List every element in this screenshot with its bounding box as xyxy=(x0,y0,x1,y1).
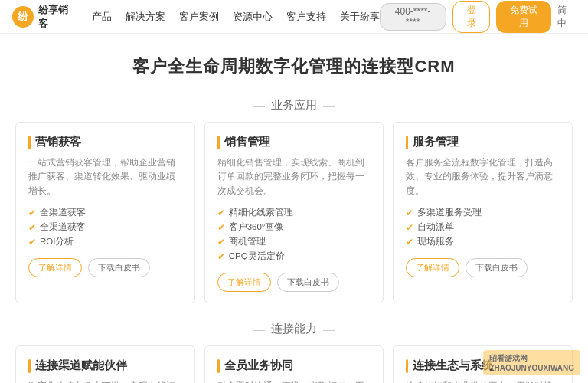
card-marketing-desc: 一站式营销获客管理，帮助企业营销推广获客、渠道转化效果、驱动业绩增长。 xyxy=(28,155,182,198)
check-icon: ✔ xyxy=(28,222,36,233)
phone-button[interactable]: 400-****-**** xyxy=(380,3,446,31)
card-channel-desc: 数字化连接业务上下游，实现在线订货、客户报备、销售商培训等全流程管理，与伙伴共创… xyxy=(28,379,182,383)
card-service-header: 服务管理 xyxy=(406,135,560,149)
nav-cases[interactable]: 客户案例 xyxy=(179,10,219,24)
card-marketing-title: 营销获客 xyxy=(35,135,81,149)
card-sales: 销售管理 精细化销售管理，实现线索、商机到订单回款的完整业务闭环，把握每一次成交… xyxy=(204,122,384,303)
card-accent xyxy=(217,359,220,373)
feature-item: ✔自动派单 xyxy=(406,220,560,234)
logo[interactable]: 纷 纷享销客 xyxy=(12,3,78,31)
card-sales-header: 销售管理 xyxy=(217,135,371,149)
nav-links: 产品 解决方案 客户案例 资源中心 客户支持 关于纷享 xyxy=(92,10,380,24)
nav-solutions[interactable]: 解决方案 xyxy=(126,10,165,24)
check-icon: ✔ xyxy=(28,208,36,218)
card-channel-title: 连接渠道赋能伙伴 xyxy=(35,358,127,373)
card-service-features: ✔多渠道服务受理 ✔自动派单 ✔现场服务 xyxy=(406,205,560,249)
logo-icon: 纷 xyxy=(12,6,34,28)
card-sales-title: 销售管理 xyxy=(224,135,270,149)
card-accent xyxy=(28,136,31,149)
card-marketing-actions: 了解详情 下载白皮书 xyxy=(28,258,182,277)
trial-button[interactable]: 免费试用 xyxy=(496,1,551,33)
card-sales-features: ✔精细化线索管理 ✔客户360°画像 ✔商机管理 ✔CPQ灵活定价 xyxy=(217,205,371,264)
card-accent xyxy=(28,359,31,373)
business-cards-grid: 营销获客 一站式营销获客管理，帮助企业营销推广获客、渠道转化效果、驱动业绩增长。… xyxy=(0,122,588,309)
card-marketing-features: ✔全渠道获客 ✔全渠道获客 ✔ROI分析 xyxy=(28,205,182,249)
card-sales-desc: 精细化销售管理，实现线索、商机到订单回款的完整业务闭环，把握每一次成交机会。 xyxy=(217,155,371,198)
card-channel-header: 连接渠道赋能伙伴 xyxy=(28,358,182,373)
login-button[interactable]: 登录 xyxy=(452,1,491,33)
feature-item: ✔商机管理 xyxy=(217,234,371,249)
card-service: 服务管理 客户服务全流程数字化管理，打造高效、专业的服务体验，提升客户满意度。 … xyxy=(393,122,573,303)
card-service-title: 服务管理 xyxy=(413,135,459,149)
nav-support[interactable]: 客户支持 xyxy=(286,10,326,24)
marketing-detail-button[interactable]: 了解详情 xyxy=(28,258,82,277)
card-collab-title: 全员业务协同 xyxy=(224,358,293,373)
nav-right: 400-****-**** 登录 免费试用 简中 xyxy=(380,1,576,33)
watermark-label: 昭看游戏网ZHAOJUNYOUXIWANG xyxy=(483,350,580,375)
section-business-title: 业务应用 xyxy=(0,98,588,113)
hero-section: 客户全生命周期数字化管理的连接型CRM xyxy=(0,34,588,86)
card-ecosystem-desc: 连接钉钉和企业微信平台，无缝对接ERP系统，构建内外部业务操作数字化管理。 xyxy=(406,379,560,383)
check-icon: ✔ xyxy=(217,222,225,233)
check-icon: ✔ xyxy=(406,222,413,233)
nav-resources[interactable]: 资源中心 xyxy=(233,10,273,24)
check-icon: ✔ xyxy=(28,237,36,247)
feature-item: ✔客户360°画像 xyxy=(217,220,371,234)
feature-item: ✔现场服务 xyxy=(406,234,560,249)
feature-item: ✔CPQ灵活定价 xyxy=(217,249,371,264)
hero-title: 客户全生命周期数字化管理的连接型CRM xyxy=(0,55,588,78)
service-detail-button[interactable]: 了解详情 xyxy=(406,258,459,277)
feature-item: ✔ROI分析 xyxy=(28,234,182,249)
service-whitepaper-button[interactable]: 下载白皮书 xyxy=(466,258,528,277)
card-service-actions: 了解详情 下载白皮书 xyxy=(406,258,560,277)
card-marketing: 营销获客 一站式营销获客管理，帮助企业营销推广获客、渠道转化效果、驱动业绩增长。… xyxy=(15,122,195,303)
language-selector[interactable]: 简中 xyxy=(557,4,576,30)
check-icon: ✔ xyxy=(217,208,225,218)
check-icon: ✔ xyxy=(217,237,225,247)
nav-products[interactable]: 产品 xyxy=(92,10,112,24)
check-icon: ✔ xyxy=(406,208,413,218)
section-connect-title: 连接能力 xyxy=(0,322,588,336)
marketing-whitepaper-button[interactable]: 下载白皮书 xyxy=(88,258,150,277)
feature-item: ✔全渠道获客 xyxy=(28,220,182,234)
navbar: 纷 纷享销客 产品 解决方案 客户案例 资源中心 客户支持 关于纷享 400-*… xyxy=(0,0,588,34)
card-accent xyxy=(406,136,408,149)
feature-item: ✔精细化线索管理 xyxy=(217,205,371,220)
card-service-desc: 客户服务全流程数字化管理，打造高效、专业的服务体验，提升客户满意度。 xyxy=(406,155,560,198)
card-marketing-header: 营销获客 xyxy=(28,135,182,149)
feature-item: ✔全渠道获客 xyxy=(28,205,182,220)
card-collab-desc: 融合即时沟通、审批、考勤打卡、工作箱等一站式办公能力，打造极致高效的在线协同环境… xyxy=(217,379,371,383)
card-collab: 全员业务协同 融合即时沟通、审批、考勤打卡、工作箱等一站式办公能力，打造极致高效… xyxy=(204,345,384,383)
feature-item: ✔多渠道服务受理 xyxy=(406,205,560,220)
sales-whitepaper-button[interactable]: 下载白皮书 xyxy=(277,273,339,292)
card-accent xyxy=(217,136,220,149)
card-accent xyxy=(406,359,408,373)
card-ecosystem-title: 连接生态与系统 xyxy=(413,358,493,373)
sales-detail-button[interactable]: 了解详情 xyxy=(217,273,271,292)
nav-about[interactable]: 关于纷享 xyxy=(340,10,380,24)
card-channel: 连接渠道赋能伙伴 数字化连接业务上下游，实现在线订货、客户报备、销售商培训等全流… xyxy=(15,345,195,383)
logo-text: 纷享销客 xyxy=(38,3,78,31)
check-icon: ✔ xyxy=(217,251,225,262)
card-sales-actions: 了解详情 下载白皮书 xyxy=(217,273,371,292)
watermark: 昭看游戏网ZHAOJUNYOUXIWANG xyxy=(483,350,580,375)
check-icon: ✔ xyxy=(406,237,413,247)
card-collab-header: 全员业务协同 xyxy=(217,358,371,373)
